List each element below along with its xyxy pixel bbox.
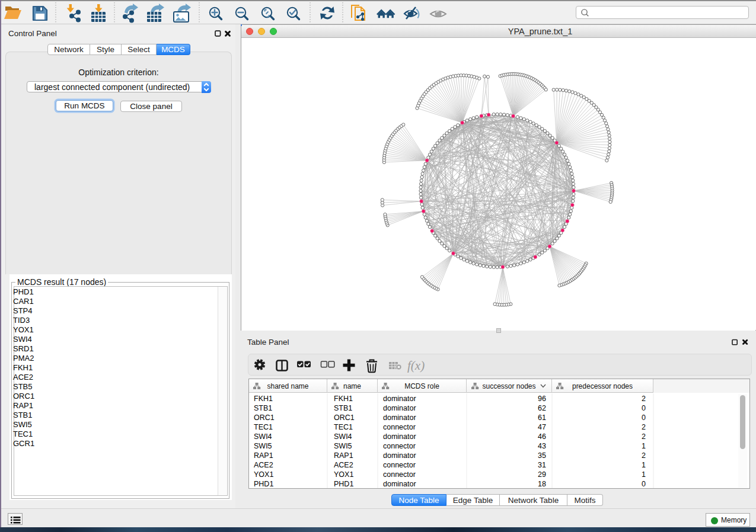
svg-text:f(x): f(x) — [407, 358, 425, 373]
